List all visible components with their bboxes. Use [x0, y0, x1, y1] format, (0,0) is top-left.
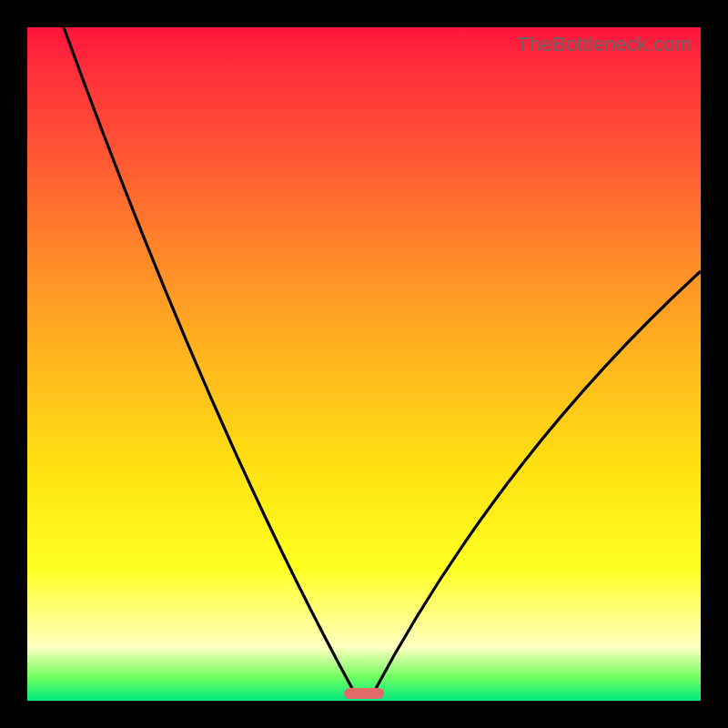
plot-area: TheBottleneck.com: [27, 27, 701, 701]
chart-frame: TheBottleneck.com: [0, 0, 728, 728]
curve-left-branch: [64, 27, 355, 693]
curve-right-branch: [373, 271, 701, 693]
bottleneck-marker: [344, 688, 384, 699]
bottleneck-curve: [27, 27, 701, 701]
